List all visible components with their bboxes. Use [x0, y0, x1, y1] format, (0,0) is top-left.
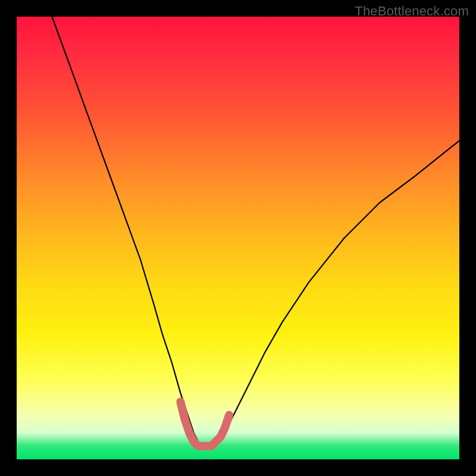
watermark-text: TheBottleneck.com [355, 4, 469, 19]
bottleneck-curve-path [52, 17, 460, 446]
chart-frame: TheBottleneck.com [0, 0, 476, 476]
curve-layer [17, 17, 459, 459]
plot-area [17, 17, 459, 459]
sweet-spot-path [180, 402, 229, 446]
